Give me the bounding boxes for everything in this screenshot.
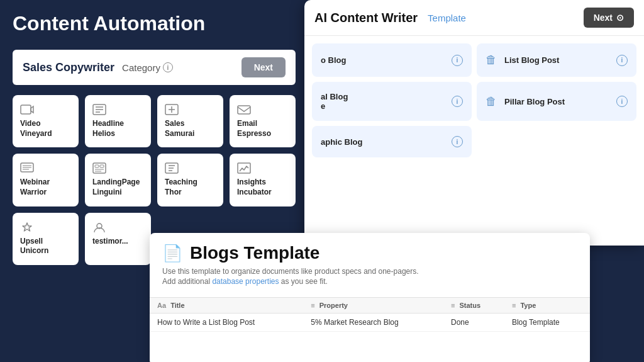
sub-header-title: Sales Copywriter [23,61,114,74]
col-header-status: ≡ Status [443,298,504,314]
card-sales-samurai[interactable]: Sales Samurai [157,95,223,147]
category-info-icon: i [163,62,173,72]
doc-icon: 📄 [162,244,182,263]
blog-info-icon-editorial[interactable]: i [452,96,463,107]
landingpage-linguini-icon [92,162,106,174]
database-properties-link[interactable]: database properties [212,277,279,286]
blog-info-icon-how-to[interactable]: i [452,55,463,66]
blog-card-infographic-inner: aphic Blog [321,137,362,147]
sales-samurai-icon [165,104,179,115]
col-icon-title: Aa [157,302,166,309]
blog-card-label-infographic: aphic Blog [321,137,362,147]
card-insights-incubator[interactable]: Insights Incubator [230,154,296,206]
blogs-template-description: Use this template to organize documents … [162,267,577,276]
svg-rect-13 [100,165,104,167]
card-video-vineyard[interactable]: Video Vineyard [13,95,79,147]
cards-grid: Video Vineyard Headline Helios Sales Sam… [13,95,296,147]
card-label-sales-samurai: Sales Samurai [165,119,216,139]
blogs-table: Aa Title ≡ Property ≡ Status ≡ Type [150,297,590,332]
testimonial-icon [92,222,106,233]
card-upsell-unicorn[interactable]: Upsell Unicorn [13,213,79,265]
upsell-unicorn-icon [20,222,34,233]
card-headline-helios[interactable]: Headline Helios [85,95,151,147]
col-icon-type: ≡ [512,302,516,309]
blog-card-editorial-blog[interactable]: al Bloge i [312,82,472,121]
table-header-row: Aa Title ≡ Property ≡ Status ≡ Type [150,298,590,314]
blog-info-icon-infographic[interactable]: i [452,136,463,147]
card-label-landingpage-linguini: LandingPage Linguini [92,178,143,197]
card-label-testimonial: testimor... [92,237,128,247]
card-label-insights-incubator: Insights Incubator [237,178,288,197]
insights-incubator-icon [237,162,251,174]
blog-info-icon-pillar[interactable]: i [616,96,628,107]
blog-card-label-list: List Blog Post [504,55,559,65]
card-label-teaching-thor: Teaching Thor [165,178,216,197]
blog-card-editorial-inner: al Bloge [321,92,348,111]
blog-card-inner: o Blog [321,55,346,65]
sub-header-category: Category i [122,62,173,73]
blog-card-label-editorial: al Bloge [321,92,348,111]
card-testimonial[interactable]: testimor... [85,213,151,265]
blog-info-icon-list[interactable]: i [616,55,628,66]
svg-rect-6 [238,106,250,114]
right-panel-header: AI Content Writer Template Next ⊙ [304,0,644,36]
next-arrow-icon: ⊙ [616,13,624,23]
card-webinar-warrior[interactable]: Webinar Warrior [13,154,79,206]
table-cell-type: Blog Template [504,314,590,332]
col-header-title: Aa Title [150,298,303,314]
table-cell-status: Done [443,314,504,332]
pillar-blog-icon: 🗑 [486,95,497,108]
col-icon-property: ≡ [311,302,314,309]
next-button-main[interactable]: Next ⊙ [584,8,634,28]
headline-helios-icon [92,104,106,115]
template-badge: Template [428,13,466,23]
card-email-espresso[interactable]: Email Espresso [230,95,296,147]
list-blog-icon: 🗑 [486,54,497,67]
cards-grid-2: Webinar Warrior LandingPage Linguini Tea… [13,154,296,206]
col-header-type: ≡ Type [504,298,590,314]
right-panel-content: o Blog i 🗑 List Blog Post i al Bloge i 🗑… [304,36,644,165]
card-label-webinar-warrior: Webinar Warrior [20,178,71,197]
blogs-template-title: 📄 Blogs Template [162,243,577,263]
sub-header: Sales Copywriter Category i Next [13,50,296,85]
left-panel-title: Content Automation [13,13,296,35]
card-label-video-vineyard: Video Vineyard [20,119,71,139]
blog-card-pillar-blog-post[interactable]: 🗑 Pillar Blog Post i [477,82,636,121]
svg-rect-11 [93,163,106,173]
col-header-property: ≡ Property [303,298,443,314]
right-panel: AI Content Writer Template Next ⊙ o Blog… [304,0,644,246]
next-button-sub[interactable]: Next [242,57,286,77]
svg-rect-0 [21,105,31,114]
webinar-warrior-icon [20,162,34,174]
blog-card-infographic-blog[interactable]: aphic Blog i [312,126,472,157]
blog-card-how-to-blog[interactable]: o Blog i [312,43,472,77]
table-cell-property: 5% Market Research Blog [303,314,443,332]
blog-card-label-pillar: Pillar Blog Post [504,97,565,106]
teaching-thor-icon [165,162,179,174]
table-row[interactable]: How to Write a List Blog Post 5% Market … [150,314,590,332]
card-landingpage-linguini[interactable]: LandingPage Linguini [85,154,151,206]
blogs-template-panel: 📄 Blogs Template Use this template to or… [150,233,590,362]
blog-card-list-blog-post[interactable]: 🗑 List Blog Post i [477,43,636,77]
right-panel-title: AI Content Writer [314,11,418,25]
video-vineyard-icon [20,104,34,115]
blogs-template-link-line: Add additional database properties as yo… [162,277,577,286]
card-teaching-thor[interactable]: Teaching Thor [157,154,223,206]
card-label-headline-helios: Headline Helios [92,119,143,139]
blog-card-list-inner: 🗑 List Blog Post [486,54,559,67]
blogs-template-header: 📄 Blogs Template Use this template to or… [150,233,590,292]
svg-rect-12 [95,165,99,167]
email-espresso-icon [237,104,251,115]
table-cell-title: How to Write a List Blog Post [150,314,303,332]
blog-card-label-how-to: o Blog [321,55,346,65]
col-icon-status: ≡ [451,302,455,309]
blog-card-pillar-inner: 🗑 Pillar Blog Post [486,95,565,108]
card-label-upsell-unicorn: Upsell Unicorn [20,237,71,256]
card-label-email-espresso: Email Espresso [237,119,288,139]
